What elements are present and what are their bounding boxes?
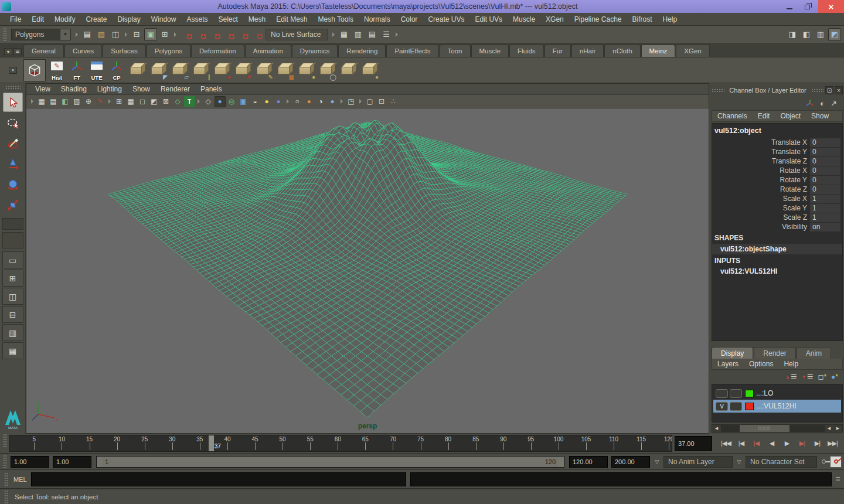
range-inner-bar[interactable]: 1 120 (102, 457, 559, 467)
smooth-shade-icon[interactable]: ● (215, 96, 226, 107)
menu-item[interactable]: Help (658, 15, 683, 23)
timeline-grip[interactable] (3, 434, 7, 448)
smooth-icon[interactable]: ● (295, 59, 316, 81)
use-default-material-icon[interactable]: ◒ (250, 96, 261, 107)
layer-row[interactable]: V ...:VUL512HI (713, 400, 841, 413)
layer-visibility-checkbox[interactable] (716, 389, 728, 398)
help-line-grip[interactable] (4, 490, 8, 504)
channel-box-menu-item[interactable]: Show (806, 112, 834, 120)
center-pivot-shelf-button[interactable]: CP (107, 59, 127, 81)
render-settings-icon[interactable]: ☰ (380, 28, 393, 41)
statusline-grip[interactable] (3, 28, 7, 42)
panel-menu-item[interactable]: Show (127, 85, 155, 93)
shelf-menu-button[interactable]: ☰ (13, 48, 22, 55)
time-slider-track[interactable]: 5101520253035404550556065707580859095100… (9, 435, 672, 452)
layer-color-swatch[interactable] (745, 390, 754, 397)
layer-name[interactable]: ...:VUL512HI (756, 402, 797, 410)
layer-display-type-box[interactable] (730, 389, 742, 398)
xray-joints-icon[interactable]: ⊡ (376, 96, 387, 107)
isolate-select-icon[interactable]: ◳ (346, 96, 357, 107)
shelf-tab-meinz[interactable]: Meinz (641, 45, 676, 57)
open-render-view-icon[interactable]: ▦ (338, 28, 350, 41)
menu-item[interactable]: Bifrost (627, 15, 658, 23)
shelf-tab-muscle[interactable]: Muscle (471, 45, 509, 57)
menu-item[interactable]: Edit UVs (469, 15, 508, 23)
snap-to-curves-icon[interactable]: Ω (193, 28, 206, 41)
animation-start-field[interactable]: 1.00 (11, 456, 49, 468)
layer-tab-anim[interactable]: Anim (797, 347, 831, 359)
group-expander-icon[interactable] (287, 99, 289, 104)
bookmarks-icon[interactable]: ◧ (60, 96, 71, 107)
menu-item[interactable]: Muscle (508, 15, 540, 23)
select-hierarchy-icon[interactable]: ⊟ (130, 28, 143, 41)
menu-item[interactable]: Color (396, 15, 423, 23)
attribute-name[interactable]: Rotate Y (712, 176, 810, 184)
live-surface-field[interactable]: No Live Surface (266, 29, 328, 40)
grease-pencil-icon[interactable]: ✎ (95, 96, 106, 107)
attribute-name[interactable]: Rotate X (712, 166, 810, 175)
playback-start-field[interactable]: 1.00 (53, 456, 91, 468)
shelf-overflow-button[interactable]: ▾ (9, 67, 17, 74)
rangebar-grip[interactable] (3, 455, 7, 469)
layer-display-type-box[interactable] (730, 402, 742, 411)
menu-set-selector[interactable]: Polygons ▼ (11, 29, 71, 40)
group-expander-icon[interactable] (125, 32, 127, 37)
character-set-field[interactable]: No Character Set (746, 456, 817, 468)
snap-to-projected-center-icon[interactable]: Ω (222, 28, 234, 41)
menu-item[interactable]: Create (80, 15, 112, 23)
shelf-tab-menu-button[interactable]: ▼ (4, 48, 12, 55)
attribute-value-field[interactable]: 1 (810, 204, 840, 213)
close-panel-icon[interactable]: × (835, 86, 843, 94)
attribute-value-field[interactable]: 0 (810, 185, 840, 194)
window-titlebar[interactable]: Autodesk Maya 2015: C:\Users\Tasteless\D… (0, 0, 844, 13)
poly-cube-shelf-button[interactable] (23, 59, 46, 81)
camera-attributes-icon[interactable]: ▤ (48, 96, 59, 107)
append-polygon-icon[interactable]: ✎ (253, 59, 274, 81)
scroll-left-icon[interactable]: ◀ (712, 425, 721, 432)
script-editor-icon[interactable]: ☰ (833, 472, 842, 486)
layout-outliner-persp-button[interactable]: ◫ (2, 288, 23, 305)
menu-item[interactable]: Normals (359, 15, 396, 23)
move-tool[interactable] (3, 154, 23, 173)
xray-icon[interactable]: ▢ (365, 96, 376, 107)
shelf-tab-curves[interactable]: Curves (64, 45, 102, 57)
viewport-canvas[interactable]: x y persp (26, 108, 709, 433)
make-live-icon[interactable]: Ω (250, 28, 263, 41)
group-expander-icon[interactable] (198, 99, 200, 104)
layer-menu-item[interactable]: Layers (712, 360, 744, 368)
menu-item[interactable]: File (5, 15, 26, 23)
layout-multi-pane-button[interactable]: ▦ (2, 342, 23, 359)
layer-color-swatch[interactable] (745, 403, 754, 410)
layer-menu-item[interactable]: Help (778, 360, 804, 368)
film-gate-icon[interactable]: ▦ (125, 96, 137, 107)
close-button[interactable]: × (818, 0, 844, 13)
group-expander-icon[interactable] (341, 99, 343, 104)
playback-range-bar[interactable]: 1 120 (96, 456, 564, 468)
hyperbolic-spinner-icon[interactable]: ↗ (831, 99, 837, 108)
attribute-value-field[interactable]: 0 (810, 157, 840, 166)
panel-titlebar[interactable]: Channel Box / Layer Editor ⊡ × (712, 84, 843, 96)
attribute-name[interactable]: Translate Y (712, 148, 810, 156)
target-weld-icon[interactable]: ▼ (232, 59, 253, 81)
multi-cut-icon[interactable]: | (190, 59, 211, 81)
attribute-value-field[interactable]: 0 (810, 138, 840, 147)
playback-end-field[interactable]: 120.00 (569, 456, 608, 468)
shelf-tab-nhair[interactable]: nHair (571, 45, 604, 57)
panel-menu-item[interactable]: Lighting (92, 85, 127, 93)
modeling-toolkit-toggle[interactable]: ◩ (828, 28, 841, 41)
panel-grip[interactable] (712, 88, 724, 92)
freeze-transform-shelf-button[interactable]: FT (67, 59, 87, 81)
extract-faces-icon[interactable]: → (338, 59, 359, 81)
toolbox-grip[interactable] (5, 86, 21, 90)
move-layer-down-button[interactable]: ▼☰ (802, 373, 814, 381)
attribute-value-field[interactable]: 0 (810, 176, 840, 185)
motion-blur-icon[interactable]: ● (304, 96, 315, 107)
minimize-button[interactable] (781, 1, 798, 12)
manipulator-axis-icon[interactable] (806, 99, 814, 107)
attribute-value-field[interactable]: 1 (810, 213, 840, 222)
create-empty-layer-button[interactable]: ◻* (818, 373, 826, 381)
attribute-value-field[interactable]: on (810, 223, 840, 231)
textured-icon[interactable]: ▣ (238, 96, 249, 107)
shelf-tab-xgen[interactable]: XGen (676, 45, 709, 57)
animation-end-field[interactable]: 200.00 (611, 456, 650, 468)
